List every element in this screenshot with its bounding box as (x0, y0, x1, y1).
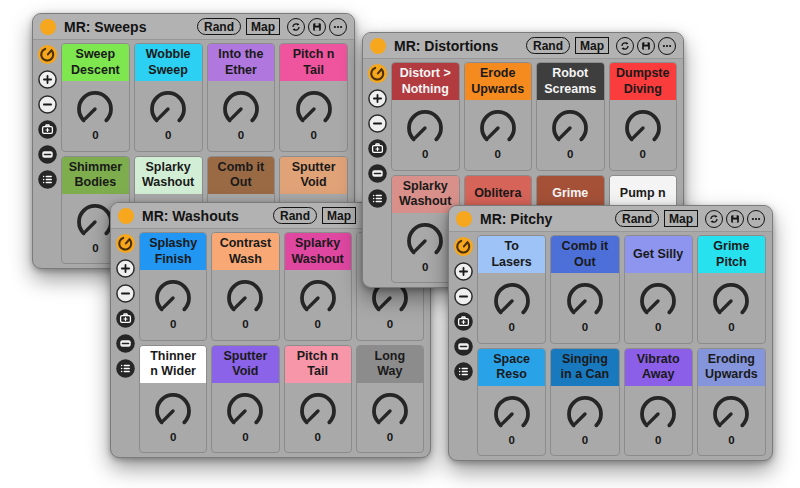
device-power-icon[interactable] (454, 237, 473, 256)
remove-macro-icon[interactable] (38, 95, 57, 114)
snapshot-camera-icon[interactable] (368, 139, 387, 158)
more-button[interactable] (747, 210, 765, 228)
macro-cell: Distort > Nothing0 (391, 62, 460, 171)
device-active-toggle[interactable] (40, 19, 56, 35)
rand-button[interactable]: Rand (526, 37, 570, 54)
remove-macro-icon[interactable] (116, 284, 135, 303)
add-macro-icon[interactable] (454, 262, 473, 281)
delete-snapshot-icon[interactable] (454, 337, 473, 356)
sync-icon (708, 213, 720, 225)
macro-label: Dumpste Diving (610, 63, 677, 100)
macro-cell: Splashy Finish0 (139, 232, 207, 341)
macro-cell: Pitch n Tail0 (284, 345, 352, 454)
macro-value: 0 (728, 321, 734, 333)
device-active-toggle[interactable] (118, 208, 134, 224)
save-button[interactable] (726, 210, 744, 228)
macro-label: Space Reso (478, 349, 545, 386)
macro-grid: To Lasers0Comb it Out0Get Silly0Grime Pi… (477, 232, 772, 461)
macro-label: Grime Pitch (698, 236, 765, 273)
add-macro-icon[interactable] (368, 89, 387, 108)
snapshot-camera-icon[interactable] (38, 120, 57, 139)
macro-label: Splarky Washout (135, 157, 202, 194)
sync-button[interactable] (705, 210, 723, 228)
map-button[interactable]: Map (664, 210, 698, 227)
device-panel-pitchy: MR: PitchyRandMapTo Lasers0Comb it Out0G… (448, 205, 773, 461)
macro-label: Splarky Washout (285, 233, 351, 270)
remove-macro-icon[interactable] (454, 287, 473, 306)
macro-label: Splashy Finish (140, 233, 206, 270)
title-bar[interactable]: MR: PitchyRandMap (449, 206, 772, 232)
macro-label: Singing in a Can (551, 349, 618, 386)
panel-title: MR: Sweeps (64, 19, 197, 35)
map-button[interactable]: Map (246, 18, 280, 35)
macro-label: Distort > Nothing (392, 63, 459, 100)
more-button[interactable] (658, 37, 676, 55)
delete-snapshot-icon[interactable] (38, 145, 57, 164)
remove-macro-icon[interactable] (368, 114, 387, 133)
macro-label: Eroding Upwards (698, 349, 765, 386)
macro-cell: Contrast Wash0 (211, 232, 279, 341)
sync-icon (619, 40, 631, 52)
delete-snapshot-icon[interactable] (368, 164, 387, 183)
save-button[interactable] (308, 18, 326, 36)
macro-label: Shimmer Bodies (62, 157, 129, 194)
macro-label: Contrast Wash (212, 233, 278, 270)
macro-value: 0 (242, 431, 248, 443)
macro-value: 0 (310, 129, 316, 141)
sync-button[interactable] (287, 18, 305, 36)
add-macro-icon[interactable] (116, 259, 135, 278)
device-active-toggle[interactable] (456, 211, 472, 227)
macro-label: Get Silly (625, 236, 692, 273)
sync-button[interactable] (616, 37, 634, 55)
title-bar[interactable]: MR: DistortionsRandMap (363, 33, 683, 59)
device-power-icon[interactable] (368, 64, 387, 83)
macro-cell: Eroding Upwards0 (697, 348, 766, 457)
map-button[interactable]: Map (575, 37, 609, 54)
ellipsis-icon (332, 21, 344, 33)
variation-list-icon[interactable] (116, 359, 135, 378)
macro-cell: Dumpste Diving0 (609, 62, 678, 171)
snapshot-camera-icon[interactable] (454, 312, 473, 331)
macro-label: Wobble Sweep (135, 44, 202, 81)
macro-cell: Long Way0 (356, 345, 424, 454)
device-power-icon[interactable] (38, 45, 57, 64)
map-button[interactable]: Map (322, 207, 356, 224)
macro-cell: Space Reso0 (477, 348, 546, 457)
variation-list-icon[interactable] (454, 362, 473, 381)
macro-cell: Comb it Out0 (550, 235, 619, 344)
device-active-toggle[interactable] (370, 38, 386, 54)
variation-list-icon[interactable] (38, 170, 57, 189)
ellipsis-icon (750, 213, 762, 225)
macro-label: Sweep Descent (62, 44, 129, 81)
macro-value: 0 (170, 431, 176, 443)
rand-button[interactable]: Rand (615, 210, 659, 227)
macro-label: Comb it Out (208, 157, 275, 194)
panel-title: MR: Pitchy (480, 211, 615, 227)
save-icon (729, 213, 741, 225)
macro-label: Vibrato Away (625, 349, 692, 386)
snapshot-camera-icon[interactable] (116, 309, 135, 328)
macro-cell: Erode Upwards0 (464, 62, 533, 171)
macro-label: Thinner n Wider (140, 346, 206, 383)
macro-cell: Vibrato Away0 (624, 348, 693, 457)
rand-button[interactable]: Rand (197, 18, 241, 35)
device-power-icon[interactable] (116, 234, 135, 253)
save-button[interactable] (637, 37, 655, 55)
macro-label: Pitch n Tail (280, 44, 347, 81)
macro-value: 0 (582, 321, 588, 333)
rand-button[interactable]: Rand (273, 207, 317, 224)
panel-sidebar (111, 229, 139, 458)
variation-list-icon[interactable] (368, 189, 387, 208)
macro-cell: Splarky Washout0 (284, 232, 352, 341)
macro-label: Robot Screams (537, 63, 604, 100)
macro-label: Comb it Out (551, 236, 618, 273)
macro-value: 0 (567, 148, 573, 160)
delete-snapshot-icon[interactable] (116, 334, 135, 353)
title-bar[interactable]: MR: SweepsRandMap (33, 14, 354, 40)
macro-value: 0 (165, 129, 171, 141)
more-button[interactable] (329, 18, 347, 36)
save-icon (640, 40, 652, 52)
macro-label: Erode Upwards (465, 63, 532, 100)
add-macro-icon[interactable] (38, 70, 57, 89)
macro-value: 0 (728, 434, 734, 446)
